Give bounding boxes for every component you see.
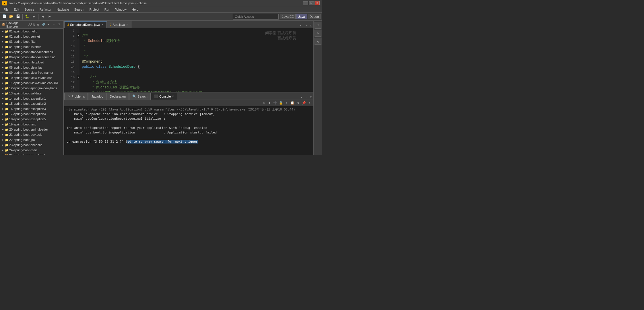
tree-item[interactable]: ▾📂25-spring-boot-scheduled — [0, 153, 63, 155]
tree-item[interactable]: ▸📁05-spring-boot-static-resources1 — [0, 49, 63, 55]
menu-window[interactable]: Window — [113, 7, 129, 12]
right-icon-square[interactable]: □ — [315, 22, 321, 29]
tab-console[interactable]: ⬛ Console ✕ — [151, 93, 177, 100]
line-content-19[interactable]: * cron属性：cron表达式。定时任务触发是时间的一个字符串表达形式 — [79, 90, 313, 92]
java-ee-perspective[interactable]: Java EE — [280, 14, 296, 19]
save-button[interactable]: 💾 — [15, 13, 21, 20]
debug-perspective[interactable]: Debug — [308, 14, 321, 19]
editor-menu-button[interactable]: ▾ — [298, 23, 303, 28]
open-button[interactable]: 📂 — [8, 13, 14, 20]
tree-item[interactable]: ▸📁17-spring-boot-exception4 — [0, 111, 63, 117]
tree-item[interactable]: ▸📁01-spring-boot-hello — [0, 29, 63, 34]
console-scroll-lock[interactable]: 🔒 — [278, 100, 284, 106]
tree-item[interactable]: ▸📁16-spring-boot-exception3 — [0, 106, 63, 111]
tree-item[interactable]: ▸📁24-spring-boot-redis — [0, 148, 63, 153]
menu-edit[interactable]: Edit — [11, 7, 22, 12]
tree-item[interactable]: ▸📁10-spring-boot-view-thymeleaf — [0, 75, 63, 80]
new-button[interactable]: 📄 — [1, 13, 7, 20]
line-content-16[interactable]: /** — [79, 75, 313, 80]
line-content-10[interactable]: * — [79, 44, 313, 49]
menu-refactor[interactable]: Refactor — [37, 7, 54, 12]
tree-item[interactable]: ▸📁07-spring-boot-fileupload — [0, 60, 63, 65]
link-button[interactable]: 🔗 — [41, 22, 46, 27]
tree-item[interactable]: ▸📁19-spring-boot-test — [0, 122, 63, 127]
line-content-13[interactable]: @Component — [79, 59, 313, 64]
menu-run[interactable]: Run — [102, 7, 112, 12]
menu-source[interactable]: Source — [22, 7, 37, 12]
panel-menu-button[interactable]: ▾ — [46, 22, 51, 27]
panel-minimize-button[interactable]: ─ — [51, 22, 56, 27]
minimize-button[interactable]: ─ — [303, 1, 308, 5]
tree-item[interactable]: ▸📁21-spring-boot-devtools — [0, 132, 63, 137]
bottom-panel-minimize[interactable]: ─ — [304, 95, 309, 100]
console-copy-button[interactable]: 📋 — [290, 100, 295, 106]
maximize-button[interactable]: □ — [309, 1, 314, 5]
junit-tab[interactable]: JUnit — [28, 23, 35, 26]
line-content-18[interactable]: * @Scheduled:设置定时任务 — [79, 85, 313, 90]
editor-maximize-button[interactable]: □ — [309, 23, 313, 28]
console-stop-button[interactable]: ■ — [267, 100, 272, 106]
menu-search[interactable]: Search — [72, 7, 87, 12]
tree-item[interactable]: ▸📁06-spring-boot-static-resources2 — [0, 55, 63, 60]
debug-button[interactable]: 🐛 — [24, 13, 30, 20]
tree-item[interactable]: ▸📁15-spring-boot-exception2 — [0, 101, 63, 106]
tree-item[interactable]: ▸📁22-spring-boot-jpa — [0, 137, 63, 142]
tree-item[interactable]: ▸📁13-spring-boot-validate — [0, 91, 63, 96]
tree-item[interactable]: ▸📁04-spring-boot-listener — [0, 44, 63, 49]
line-content-15[interactable] — [79, 69, 313, 75]
run-button[interactable]: ▶ — [31, 13, 37, 20]
console-scroll-end[interactable]: ⬇ — [284, 100, 289, 106]
tree-item[interactable]: ▸📁11-spring-boot-view-thymeleaf-URL — [0, 80, 63, 86]
right-icon-arrow[interactable]: ◁ — [315, 38, 321, 45]
tab-javadoc[interactable]: Javadoc — [88, 93, 106, 100]
line-content-9[interactable]: * Scheduled定时任务 — [79, 38, 313, 44]
panel-maximize-button[interactable]: □ — [57, 22, 61, 27]
bottom-panel-maximize[interactable]: □ — [309, 95, 313, 100]
tree-item[interactable]: ▸📁08-spring-boot-view-jsp — [0, 65, 63, 70]
console-output[interactable]: <terminated> App (29) [Java Application]… — [64, 106, 313, 155]
console-settings[interactable]: ⚙ — [296, 100, 301, 106]
console-pin[interactable]: 📌 — [301, 100, 307, 106]
bottom-panel-menu[interactable]: ▾ — [299, 95, 304, 100]
tab-scheduleddemo-close[interactable]: ✕ — [101, 23, 104, 26]
line-content-12[interactable]: */ — [79, 54, 313, 59]
tab-declaration[interactable]: Declaration — [106, 93, 129, 100]
tab-problems[interactable]: ⚠ Problems — [64, 93, 88, 100]
editor-minimize-button[interactable]: ─ — [304, 23, 309, 28]
tab-app[interactable]: J App.java ✕ — [107, 21, 132, 28]
tree-item[interactable]: ▸📁23-spring-boot-ehcache — [0, 142, 63, 148]
line-content-14[interactable]: public class ScheduledDemo { — [79, 64, 313, 69]
tab-search[interactable]: 🔍 Search — [129, 93, 151, 100]
tree-item[interactable]: ▸📁14-spring-boot-exception1 — [0, 96, 63, 101]
console-new-button[interactable]: ➕ — [273, 100, 278, 106]
tree-item[interactable]: ▸📁02-spring-boot-servlet — [0, 34, 63, 39]
java-perspective[interactable]: Java — [296, 14, 307, 19]
back-button[interactable]: ◀ — [40, 13, 46, 20]
line-content-17[interactable]: * 定时任务方法 — [79, 80, 313, 85]
title-bar-controls[interactable]: ─ □ ✕ — [303, 1, 320, 5]
tab-console-close[interactable]: ✕ — [172, 95, 174, 98]
tree-item[interactable]: ▸📁03-spring-boot-filter — [0, 39, 63, 44]
tab-app-close[interactable]: ✕ — [126, 23, 128, 26]
collapse-all-button[interactable]: ⊟ — [36, 22, 40, 27]
right-icon-circle[interactable]: ○ — [315, 30, 321, 37]
code-editor[interactable]: 问学堂·百战程序员 百战程序员 7 8 ◀ /** 9 * Scheduled定… — [64, 28, 313, 92]
line-content-11[interactable]: * — [79, 49, 313, 54]
tree-item[interactable]: ▸📁12-spring-boot-springmvc-mybatis — [0, 86, 63, 91]
menu-help[interactable]: Help — [129, 7, 141, 12]
quick-access-input[interactable]: Quick Access — [233, 14, 279, 20]
tree-item[interactable]: ▸📁18-spring-boot-exception5 — [0, 117, 63, 122]
line-content-7[interactable] — [79, 28, 313, 33]
line-content-8[interactable]: /** — [79, 33, 313, 38]
tree-item[interactable]: ▸📁20-spring-boot-springloader — [0, 127, 63, 132]
menu-file[interactable]: File — [1, 7, 11, 12]
package-tree[interactable]: ▸📁01-spring-boot-hello▸📁02-spring-boot-s… — [0, 29, 63, 155]
tree-item[interactable]: ▸📁09-spring-boot-view-freemarker — [0, 70, 63, 75]
forward-button[interactable]: ▶ — [46, 13, 53, 20]
console-clear-button[interactable]: ✕ — [261, 100, 266, 106]
menu-project[interactable]: Project — [87, 7, 101, 12]
console-view-menu[interactable]: ▾ — [307, 100, 312, 106]
close-button[interactable]: ✕ — [315, 1, 320, 5]
tab-scheduleddemo[interactable]: J ScheduledDemo.java ✕ — [64, 21, 107, 28]
menu-navigate[interactable]: Navigate — [54, 7, 71, 12]
